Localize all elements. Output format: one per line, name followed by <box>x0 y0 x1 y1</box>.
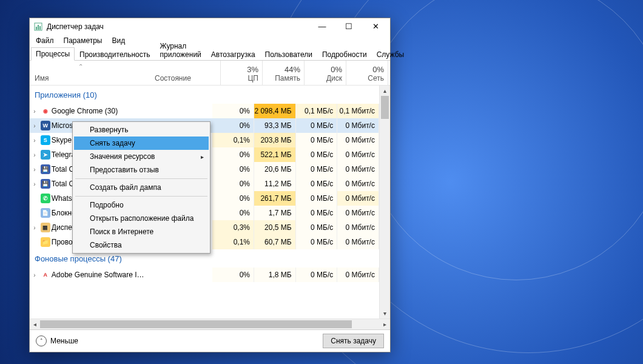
tab-processes[interactable]: Процессы <box>31 47 75 61</box>
cpu-cell: 0% <box>212 191 254 206</box>
tab-services[interactable]: Службы <box>372 48 409 61</box>
tab-users[interactable]: Пользователи <box>260 48 317 61</box>
col-disk[interactable]: 0%Диск <box>305 61 346 85</box>
context-menu-item[interactable]: Открыть расположение файла <box>74 212 209 225</box>
expand-icon[interactable]: › <box>30 108 39 115</box>
context-menu-item[interactable]: Подробно <box>74 198 209 212</box>
network-cell: 0 Мбит/с <box>337 118 379 133</box>
memory-cell: 261,7 МБ <box>254 191 296 206</box>
app-icon: S <box>39 135 52 145</box>
cpu-cell: 0,1% <box>212 235 254 249</box>
tab-performance[interactable]: Производительность <box>75 48 155 61</box>
cpu-cell: 0% <box>212 268 254 282</box>
expand-icon[interactable]: › <box>30 181 39 187</box>
context-menu-item[interactable]: Поиск в Интернете <box>74 225 209 238</box>
memory-cell: 20,5 МБ <box>254 220 296 235</box>
menu-options[interactable]: Параметры <box>59 35 107 46</box>
col-name[interactable]: ⌃ Имя <box>30 61 152 85</box>
maximize-button[interactable]: ☐ <box>335 18 362 35</box>
col-memory[interactable]: 44%Память <box>263 61 305 85</box>
disk-cell: 0,1 МБ/с <box>296 104 338 118</box>
window-title: Диспетчер задач <box>47 22 309 31</box>
menubar: Файл Параметры Вид <box>30 35 390 47</box>
app-icon: 📁 <box>39 237 52 247</box>
expand-icon[interactable]: › <box>30 224 39 231</box>
disk-cell: 0 МБ/с <box>296 147 338 162</box>
context-menu-item[interactable]: Предоставить отзыв <box>74 163 209 177</box>
menu-separator <box>75 178 207 179</box>
col-cpu[interactable]: 3%ЦП <box>221 61 263 85</box>
scroll-thumb[interactable] <box>381 96 389 119</box>
tab-startup[interactable]: Автозагрузка <box>206 48 260 61</box>
col-network[interactable]: 0%Сеть <box>346 61 388 85</box>
process-row[interactable]: › ◉ Google Chrome (30) 0% 2 098,4 МБ 0,1… <box>30 104 379 118</box>
titlebar[interactable]: Диспетчер задач ― ☐ ✕ <box>30 18 390 35</box>
menu-file[interactable]: Файл <box>31 35 59 46</box>
end-task-button[interactable]: Снять задачу <box>323 334 384 348</box>
desktop-background: Диспетчер задач ― ☐ ✕ Файл Параметры Вид… <box>0 0 643 364</box>
disk-cell: 0 МБ/с <box>296 268 338 282</box>
scroll-up-icon[interactable]: ▴ <box>380 86 390 96</box>
expand-icon[interactable]: › <box>30 166 39 173</box>
memory-cell: 1,8 МБ <box>254 268 296 282</box>
expand-icon[interactable]: › <box>30 152 39 158</box>
tab-details[interactable]: Подробности <box>317 48 372 61</box>
process-row[interactable]: › A Adobe Genuine Software Integri... 0%… <box>30 268 379 282</box>
network-cell: 0 Мбит/с <box>337 191 379 206</box>
network-cell: 0 Мбит/с <box>337 133 379 147</box>
menu-view[interactable]: Вид <box>107 35 130 46</box>
app-icon: A <box>39 270 52 280</box>
context-menu: РазвернутьСнять задачуЗначения ресурсовП… <box>72 121 210 254</box>
memory-cell: 20,6 МБ <box>254 162 296 177</box>
expand-icon[interactable]: › <box>30 137 39 144</box>
disk-cell: 0 МБ/с <box>296 177 338 191</box>
network-cell: 0 Мбит/с <box>337 162 379 177</box>
expand-icon[interactable]: › <box>30 123 39 129</box>
scroll-down-icon[interactable]: ▾ <box>380 308 390 318</box>
cpu-cell: 0% <box>212 206 254 220</box>
process-name: Google Chrome (30) <box>52 107 147 115</box>
cpu-cell: 0% <box>212 177 254 191</box>
network-cell: 0,1 Мбит/с <box>337 104 379 118</box>
context-menu-item[interactable]: Снять задачу <box>74 136 209 150</box>
app-icon: ◉ <box>39 106 52 116</box>
memory-cell: 203,8 МБ <box>254 133 296 147</box>
svg-rect-1 <box>36 27 37 30</box>
app-icon <box>33 22 43 32</box>
network-cell: 0 Мбит/с <box>337 220 379 235</box>
hscroll-thumb[interactable] <box>40 320 352 328</box>
menu-separator <box>75 196 207 197</box>
context-menu-item[interactable]: Значения ресурсов <box>74 150 209 163</box>
disk-cell: 0 МБ/с <box>296 220 338 235</box>
cpu-cell: 0% <box>212 104 254 118</box>
close-button[interactable]: ✕ <box>362 18 389 35</box>
memory-cell: 1,7 МБ <box>254 206 296 220</box>
sort-arrow-icon: ⌃ <box>78 63 83 70</box>
footer: ˄ Меньше Снять задачу <box>30 329 390 352</box>
app-icon: ▦ <box>39 223 52 232</box>
scroll-left-icon[interactable]: ◂ <box>30 321 40 328</box>
cpu-cell: 0% <box>212 118 254 133</box>
context-menu-item[interactable]: Создать файл дампа <box>74 181 209 194</box>
context-menu-item[interactable]: Развернуть <box>74 123 209 136</box>
vertical-scrollbar[interactable]: ▴ ▾ <box>379 86 390 318</box>
horizontal-scrollbar[interactable]: ◂ ▸ <box>30 318 390 329</box>
fewer-details-button[interactable]: ˄ Меньше <box>36 335 78 346</box>
disk-cell: 0 МБ/с <box>296 118 338 133</box>
cpu-cell: 0% <box>212 162 254 177</box>
memory-cell: 60,7 МБ <box>254 235 296 249</box>
cpu-cell: 0,3% <box>212 220 254 235</box>
chevron-up-icon: ˄ <box>36 335 47 346</box>
group-apps[interactable]: Приложения (10) <box>30 86 379 104</box>
disk-cell: 0 МБ/с <box>296 133 338 147</box>
expand-icon[interactable]: › <box>30 272 39 278</box>
minimize-button[interactable]: ― <box>309 18 335 35</box>
tabstrip: Процессы Производительность Журнал прило… <box>30 47 390 61</box>
scroll-right-icon[interactable]: ▸ <box>380 321 390 328</box>
context-menu-item[interactable]: Свойства <box>74 238 209 252</box>
tab-app-history[interactable]: Журнал приложений <box>155 39 206 61</box>
network-cell: 0 Мбит/с <box>337 206 379 220</box>
memory-cell: 93,3 МБ <box>254 118 296 133</box>
col-state[interactable]: Состояние <box>152 61 221 85</box>
memory-cell: 522,1 МБ <box>254 147 296 162</box>
